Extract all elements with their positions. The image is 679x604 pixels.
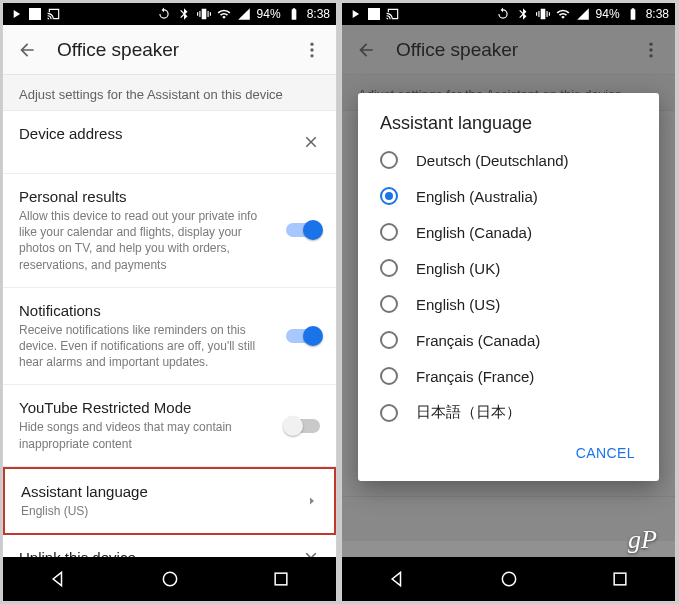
phone-screenshot-dialog: 94% 8:38 Office speaker Adjust settings … bbox=[341, 2, 676, 602]
language-option-list: Deutsch (Deutschland)English (Australia)… bbox=[358, 142, 659, 431]
vibrate-icon bbox=[197, 7, 211, 21]
cancel-button[interactable]: CANCEL bbox=[566, 437, 645, 469]
assistant-language-value: English (US) bbox=[21, 503, 294, 519]
svg-point-8 bbox=[502, 572, 515, 585]
language-option[interactable]: English (Australia) bbox=[358, 178, 659, 214]
language-option-label: English (US) bbox=[416, 296, 500, 313]
language-option[interactable]: Français (France) bbox=[358, 358, 659, 394]
personal-results-toggle[interactable] bbox=[286, 223, 320, 237]
row-youtube-restricted[interactable]: YouTube Restricted Mode Hide songs and v… bbox=[3, 385, 336, 466]
page-title: Office speaker bbox=[57, 39, 282, 61]
notifications-sub: Receive notifications like reminders on … bbox=[19, 322, 274, 371]
section-description: Adjust settings for the Assistant on thi… bbox=[3, 75, 336, 111]
svg-point-2 bbox=[310, 54, 313, 57]
notification-icon bbox=[29, 8, 41, 20]
radio-icon bbox=[380, 223, 398, 241]
language-option-label: 日本語（日本） bbox=[416, 403, 521, 422]
personal-results-label: Personal results bbox=[19, 188, 274, 205]
svg-point-3 bbox=[163, 572, 176, 585]
language-option-label: English (Australia) bbox=[416, 188, 538, 205]
language-option-label: English (UK) bbox=[416, 260, 500, 277]
clock: 8:38 bbox=[646, 7, 669, 21]
signal-icon bbox=[237, 7, 251, 21]
radio-icon bbox=[380, 151, 398, 169]
bluetooth-icon bbox=[516, 7, 530, 21]
row-notifications[interactable]: Notifications Receive notifications like… bbox=[3, 288, 336, 386]
nav-back-icon[interactable] bbox=[388, 569, 408, 589]
language-option[interactable]: Français (Canada) bbox=[358, 322, 659, 358]
back-icon[interactable] bbox=[17, 40, 37, 60]
notifications-label: Notifications bbox=[19, 302, 274, 319]
status-bar: 94% 8:38 bbox=[3, 3, 336, 25]
phone-screenshot-settings: 94% 8:38 Office speaker Adjust settings … bbox=[2, 2, 337, 602]
battery-icon bbox=[626, 7, 640, 21]
settings-list: Device address Personal results Allow th… bbox=[3, 111, 336, 582]
sync-icon bbox=[496, 7, 510, 21]
clock: 8:38 bbox=[307, 7, 330, 21]
battery-percent: 94% bbox=[257, 7, 281, 21]
app-bar: Office speaker bbox=[3, 25, 336, 75]
app-icon bbox=[9, 7, 23, 21]
navigation-bar bbox=[342, 557, 675, 601]
navigation-bar bbox=[3, 557, 336, 601]
radio-icon bbox=[380, 187, 398, 205]
dialog-title: Assistant language bbox=[358, 113, 659, 142]
language-option[interactable]: English (Canada) bbox=[358, 214, 659, 250]
vibrate-icon bbox=[536, 7, 550, 21]
youtube-restricted-sub: Hide songs and videos that may contain i… bbox=[19, 419, 274, 451]
language-option[interactable]: English (US) bbox=[358, 286, 659, 322]
row-assistant-language[interactable]: Assistant language English (US) bbox=[3, 467, 336, 535]
battery-percent: 94% bbox=[596, 7, 620, 21]
signal-icon bbox=[576, 7, 590, 21]
wifi-icon bbox=[217, 7, 231, 21]
language-option[interactable]: English (UK) bbox=[358, 250, 659, 286]
assistant-language-label: Assistant language bbox=[21, 483, 294, 500]
nav-home-icon[interactable] bbox=[499, 569, 519, 589]
device-address-value bbox=[19, 145, 290, 159]
row-device-address[interactable]: Device address bbox=[3, 111, 336, 174]
notifications-toggle[interactable] bbox=[286, 329, 320, 343]
battery-icon bbox=[287, 7, 301, 21]
wifi-icon bbox=[556, 7, 570, 21]
youtube-restricted-label: YouTube Restricted Mode bbox=[19, 399, 274, 416]
status-bar: 94% 8:38 bbox=[342, 3, 675, 25]
nav-recent-icon[interactable] bbox=[271, 569, 291, 589]
nav-back-icon[interactable] bbox=[49, 569, 69, 589]
chevron-right-icon bbox=[306, 495, 318, 507]
radio-icon bbox=[380, 295, 398, 313]
language-option-label: Français (Canada) bbox=[416, 332, 540, 349]
radio-icon bbox=[380, 259, 398, 277]
row-personal-results[interactable]: Personal results Allow this device to re… bbox=[3, 174, 336, 288]
cast-icon bbox=[386, 7, 400, 21]
youtube-restricted-toggle[interactable] bbox=[286, 419, 320, 433]
language-dialog: Assistant language Deutsch (Deutschland)… bbox=[358, 93, 659, 481]
sync-icon bbox=[157, 7, 171, 21]
radio-icon bbox=[380, 404, 398, 422]
personal-results-sub: Allow this device to read out your priva… bbox=[19, 208, 274, 273]
notification-icon bbox=[368, 8, 380, 20]
device-address-label: Device address bbox=[19, 125, 290, 142]
bluetooth-icon bbox=[177, 7, 191, 21]
app-icon bbox=[348, 7, 362, 21]
close-icon[interactable] bbox=[302, 133, 320, 151]
cast-icon bbox=[47, 7, 61, 21]
nav-home-icon[interactable] bbox=[160, 569, 180, 589]
language-option[interactable]: 日本語（日本） bbox=[358, 394, 659, 431]
radio-icon bbox=[380, 331, 398, 349]
language-option-label: English (Canada) bbox=[416, 224, 532, 241]
language-option[interactable]: Deutsch (Deutschland) bbox=[358, 142, 659, 178]
radio-icon bbox=[380, 367, 398, 385]
svg-point-1 bbox=[310, 48, 313, 51]
svg-rect-4 bbox=[275, 573, 287, 585]
svg-rect-9 bbox=[614, 573, 626, 585]
nav-recent-icon[interactable] bbox=[610, 569, 630, 589]
language-option-label: Deutsch (Deutschland) bbox=[416, 152, 569, 169]
language-option-label: Français (France) bbox=[416, 368, 534, 385]
overflow-menu-icon[interactable] bbox=[302, 40, 322, 60]
svg-point-0 bbox=[310, 42, 313, 45]
